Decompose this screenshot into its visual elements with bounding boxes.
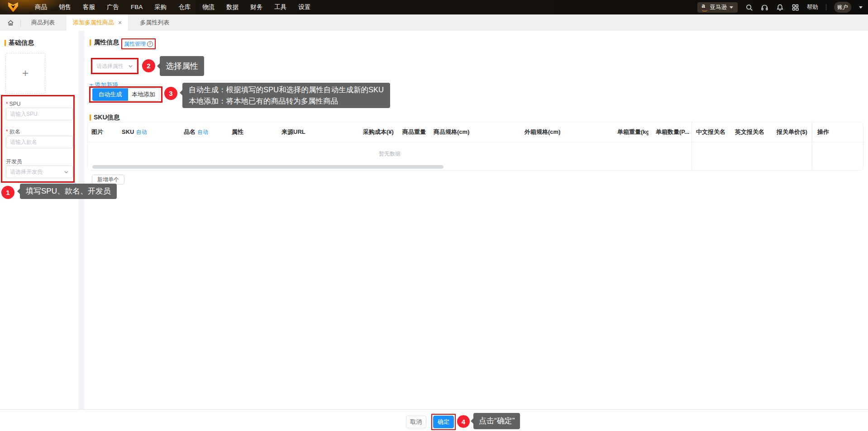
col-carton-size: 外箱规格(cm) — [517, 128, 610, 136]
col-product-weight: 商品重量... — [395, 128, 426, 136]
callout-step-1: 1 — [1, 186, 14, 199]
style-name-label: *款名 — [6, 128, 20, 136]
footer-bar: 取消 确定 4 点击“确定” — [0, 409, 868, 431]
close-icon[interactable]: × — [118, 19, 122, 26]
plus-icon: + — [22, 67, 29, 80]
auto-generate-button[interactable]: 自动生成 — [92, 88, 128, 101]
nav-item-ads[interactable]: 广告 — [101, 0, 125, 14]
home-icon — [7, 19, 14, 27]
fixed-column-divider — [812, 122, 812, 170]
add-single-button[interactable]: 新增单个 — [92, 175, 124, 185]
page-tabbar: 商品列表 添加多属性商品 × 多属性列表 — [0, 14, 868, 31]
main-menu: 商品 销售 客服 广告 FBA 采购 仓库 物流 数据 财务 工具 设置 — [29, 0, 316, 14]
auto-tag: 自动 — [197, 129, 208, 135]
callout-tooltip-1: 填写SPU、款名、开发员 — [20, 184, 117, 199]
empty-state-text: 暂无数据 — [88, 150, 692, 158]
nav-item-finance[interactable]: 财务 — [244, 0, 268, 14]
sku-table-header: 图片 SKU自动 品名自动 属性 来源URL 采购成本(¥) 商品重量... 商… — [88, 122, 863, 142]
auto-tag: 自动 — [136, 129, 147, 135]
nav-item-tools[interactable]: 工具 — [268, 0, 292, 14]
callout-tooltip-2: 选择属性 — [160, 56, 204, 76]
col-carton-qty: 单箱数量(P... — [649, 128, 692, 136]
nav-item-products[interactable]: 商品 — [29, 0, 53, 14]
search-icon[interactable] — [745, 4, 753, 11]
style-name-input[interactable] — [6, 136, 73, 148]
horizontal-scrollbar-thumb[interactable] — [92, 165, 444, 169]
tab-add-multi-attr-product[interactable]: 添加多属性商品 × — [67, 14, 128, 31]
attribute-select[interactable]: 请选择属性 — [92, 59, 137, 73]
sku-info-title: SKU信息 — [90, 114, 120, 122]
image-upload-box[interactable]: + — [5, 53, 45, 94]
col-product-name: 品名自动 — [176, 128, 224, 136]
annotation-box-attr-manage: 属性管理 ? — [121, 38, 156, 49]
nav-item-warehouse[interactable]: 仓库 — [172, 0, 196, 14]
annotation-box-confirm: 确定 — [431, 414, 456, 430]
basic-info-sidebar: 基础信息 + *SPU *款名 开发员 请选择开发员 — [0, 31, 78, 409]
nav-item-fba[interactable]: FBA — [125, 0, 148, 14]
chevron-down-icon — [730, 6, 733, 9]
local-add-button[interactable]: 本地添加 — [128, 88, 159, 101]
orange-bar — [90, 114, 91, 121]
col-actions: 操作 — [812, 128, 863, 136]
attr-info-title: 属性信息 — [90, 38, 119, 47]
question-circle-icon[interactable]: ? — [147, 41, 153, 47]
orange-bar — [5, 40, 6, 46]
nav-item-customer-service[interactable]: 客服 — [77, 0, 101, 14]
col-cn-declare-name: 中文报关名 — [692, 128, 730, 136]
attr-manage-link[interactable]: 属性管理 — [124, 40, 146, 48]
col-image: 图片 — [88, 128, 114, 136]
confirm-button[interactable]: 确定 — [433, 416, 454, 428]
col-sku: SKU自动 — [114, 128, 176, 136]
col-carton-weight: 单箱重量(kg) — [610, 128, 649, 136]
nav-item-purchase[interactable]: 采购 — [148, 0, 172, 14]
annotation-box-attr-select: 请选择属性 — [91, 58, 138, 74]
col-source-url: 来源URL — [274, 128, 356, 136]
col-product-size: 商品规格(cm) — [426, 128, 517, 136]
spu-input[interactable] — [6, 108, 73, 120]
spu-label: *SPU — [6, 101, 20, 107]
annotation-box-mode-buttons: 自动生成 本地添加 — [89, 86, 162, 103]
nav-item-settings[interactable]: 设置 — [292, 0, 316, 14]
headset-icon[interactable] — [761, 4, 768, 11]
required-mark: * — [6, 101, 8, 107]
amazon-icon: a — [702, 4, 707, 11]
navbar-right-cluster: a 亚马逊 帮助 账户 — [697, 0, 863, 14]
workspace: 基础信息 + *SPU *款名 开发员 请选择开发员 属性信息 — [0, 31, 868, 409]
attribute-main-panel: 属性信息 属性管理 ? 请选择属性 + 添加新项 自动生成 本地添加 SKU信息 — [85, 31, 868, 409]
nav-item-data[interactable]: 数据 — [220, 0, 244, 14]
top-navbar: 商品 销售 客服 广告 FBA 采购 仓库 物流 数据 财务 工具 设置 a 亚… — [0, 0, 868, 14]
col-declare-price: 报关单价($) — [771, 128, 812, 136]
brand-fox-logo[interactable] — [7, 1, 19, 13]
callout-tooltip-4: 点击“确定” — [473, 413, 520, 429]
developer-label: 开发员 — [6, 158, 22, 166]
account-button[interactable]: 账户 — [834, 2, 851, 13]
orange-bar — [90, 39, 91, 46]
col-purchase-cost: 采购成本(¥) — [356, 128, 395, 136]
fixed-column-divider — [692, 122, 692, 170]
account-chevron-down-icon[interactable] — [859, 6, 863, 9]
marketplace-selector[interactable]: a 亚马逊 — [697, 2, 738, 13]
tab-multi-attr-list[interactable]: 多属性列表 — [134, 14, 176, 31]
required-mark: * — [6, 128, 8, 135]
chevron-down-icon — [128, 64, 133, 69]
help-link[interactable]: 帮助 — [807, 4, 818, 11]
panel-gap — [78, 31, 85, 409]
developer-select[interactable]: 请选择开发员 — [6, 166, 73, 178]
home-button[interactable] — [5, 14, 16, 31]
basic-info-title: 基础信息 — [5, 39, 34, 47]
nav-item-logistics[interactable]: 物流 — [196, 0, 220, 14]
callout-tooltip-3: 自动生成：根据填写的SPU和选择的属性自动生成新的SKU 本地添加：将本地已有的… — [182, 83, 390, 108]
chevron-down-icon — [64, 170, 69, 175]
col-attribute: 属性 — [224, 128, 274, 136]
divider — [826, 4, 826, 10]
marketplace-label: 亚马逊 — [710, 4, 727, 11]
divider — [20, 19, 21, 26]
bell-icon[interactable] — [776, 4, 784, 11]
col-en-declare-name: 英文报关名 — [730, 128, 771, 136]
sku-table: 图片 SKU自动 品名自动 属性 来源URL 采购成本(¥) 商品重量... 商… — [87, 122, 863, 171]
cancel-button[interactable]: 取消 — [406, 416, 426, 428]
callout-step-3: 3 — [164, 87, 177, 100]
nav-item-sales[interactable]: 销售 — [53, 0, 77, 14]
apps-grid-icon[interactable] — [792, 4, 799, 11]
tab-product-list[interactable]: 商品列表 — [25, 14, 61, 31]
